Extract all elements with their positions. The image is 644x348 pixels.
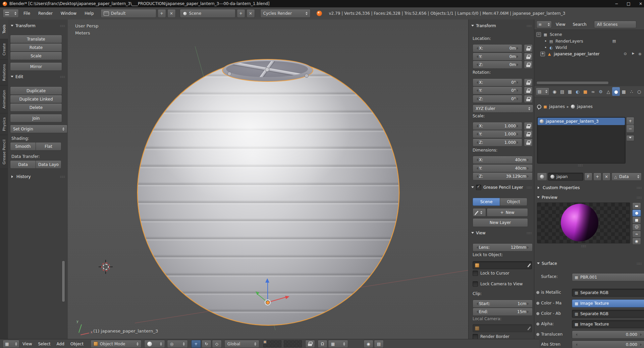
color-ma-field[interactable]: ▩ Image Texture [572,299,644,307]
checkbox-icon[interactable] [473,271,478,276]
layer-cell[interactable] [271,340,274,344]
rotation-y-field[interactable]: Y:0° [473,86,522,95]
tab-particles[interactable]: ∴ [628,87,635,96]
drag-grip-icon[interactable]: ∷∷ [637,186,642,190]
expand-box-icon[interactable]: + [540,52,545,56]
lock-rotation-x[interactable] [524,78,533,86]
dimension-z-field[interactable]: Z:39.129cm [473,172,533,180]
gp-tab-scene[interactable]: Scene [473,198,500,206]
outliner-item-object[interactable]: + ▲ japanese_paper_lanter [540,51,600,57]
lock-scale-y[interactable] [524,130,533,138]
outliner-menu-view[interactable]: View [552,22,569,27]
set-origin-dropdown[interactable]: Set Origin [10,125,67,133]
add-scene-button[interactable]: + [237,9,245,18]
data-transfer-layout-button[interactable]: Data Layo [36,160,61,169]
add-slot-button[interactable]: + [626,117,634,125]
lock-object-field[interactable] [473,261,532,269]
lock-camera-row[interactable]: Lock Camera to View [473,281,523,287]
fake-user-button[interactable]: F [584,173,592,181]
shade-smooth-button[interactable]: Smooth [10,142,36,151]
local-camera-field[interactable] [473,324,532,332]
menu-render[interactable]: Render [35,11,56,16]
lock-to-scene-toggle[interactable] [305,340,315,348]
material-name-field[interactable]: japan [548,173,583,181]
unlink-material-button[interactable]: × [602,173,610,181]
drag-grip-icon[interactable]: ∷∷ [60,75,65,79]
manipulator-z-arrow-icon[interactable] [265,276,269,283]
screen-layout-selector[interactable]: Default [101,9,156,18]
translate-button[interactable]: Translate [10,35,62,43]
panel-header-custom-properties[interactable]: Custom Properties ∷∷ [537,185,642,190]
manipulator-scale-toggle[interactable]: ◇ [212,340,222,348]
layer-cell[interactable] [295,344,298,347]
layer-cell[interactable] [284,344,287,347]
breadcrumb-material[interactable]: japanes [577,104,593,109]
tab-animation[interactable]: Animation [0,85,8,113]
layer-cell-active[interactable] [263,340,267,344]
pin-icon[interactable] [537,105,541,109]
scene-selector[interactable]: Scene [180,9,235,18]
panel-header-history[interactable]: History ∷∷ [11,174,65,179]
remove-slot-button[interactable]: − [626,125,634,133]
gp-tab-object[interactable]: Object [500,198,527,206]
add-layout-button[interactable]: + [158,9,166,18]
remove-scene-button[interactable]: × [247,9,255,18]
layer-cell[interactable] [287,340,291,344]
editor-type-selector[interactable]: ▤ [536,88,549,96]
close-button[interactable]: × [635,0,644,7]
remove-layout-button[interactable]: × [167,9,176,18]
preview-cube-button[interactable]: ■ [632,217,641,224]
eyedropper-icon[interactable] [527,263,531,267]
rotation-z-field[interactable]: Z:0° [473,95,522,103]
rotate-button[interactable]: Rotate [10,43,62,52]
select-menu[interactable]: Select [35,342,53,346]
lock-scale-z[interactable] [524,138,533,147]
snap-element-dropdown[interactable]: ▦ [328,340,348,348]
dimension-y-field[interactable]: Y:40cm [473,164,533,172]
viewport-3d[interactable]: User Persp Meters y x (1) jap [68,19,468,339]
resize-grip-icon[interactable]: ∷∷ [578,164,583,167]
delete-button[interactable]: Delete [10,103,62,112]
data-transfer-data-button[interactable]: Data [10,160,36,169]
translucency-slider[interactable]: 0.000 [572,331,644,339]
rotation-mode-dropdown[interactable]: XYZ Euler [473,105,533,113]
preview-world-button[interactable]: ◉ [632,238,641,245]
drag-grip-icon[interactable]: ∷∷ [527,186,532,189]
tab-grease-pencil[interactable]: Grease Pencil [0,135,8,169]
visibility-eye-icon[interactable]: ⊙ [623,52,628,56]
panel-header-view[interactable]: View ∷∷ [471,231,532,235]
layer-cell[interactable] [267,344,270,347]
dimension-x-field[interactable]: X:40cm [473,156,533,164]
drag-grip-icon[interactable]: ∷∷ [637,196,642,199]
menu-file[interactable]: File [20,11,34,16]
alpha-field[interactable]: ▩ Image Texture [572,320,644,328]
layer-cell[interactable] [284,340,287,344]
layer-cell[interactable] [299,344,302,347]
manipulator-z-axis[interactable] [267,280,268,302]
editor-type-selector[interactable] [3,9,19,18]
panel-header-surface[interactable]: Surface ∷∷ [537,261,642,266]
lock-scale-x[interactable] [524,122,533,130]
lock-rotation-y[interactable] [524,86,533,95]
slot-specials-button[interactable] [626,135,634,141]
opengl-render-button[interactable]: ◉ [364,340,373,348]
outliner-menu-search[interactable]: Search [569,22,590,27]
shade-flat-button[interactable]: Flat [36,142,61,151]
minimize-button[interactable]: − [610,0,623,7]
maximize-button[interactable]: □ [623,0,635,7]
pivot-dropdown[interactable]: ◎ [167,340,188,348]
render-border-row[interactable]: Render Border [473,334,509,339]
resize-grip-icon[interactable]: ∷∷ [581,244,586,248]
location-z-field[interactable]: Z:0m [473,61,522,69]
render-restrict-icon[interactable]: ◉ [638,52,642,56]
mode-dropdown[interactable]: Object Mode [91,340,142,348]
tab-object-data[interactable]: △ [604,87,612,96]
viewport-shading-dropdown[interactable] [144,340,165,348]
rotation-x-field[interactable]: X:0° [473,78,522,86]
layer-cell[interactable] [295,340,298,344]
tab-physics[interactable]: ○ [635,87,643,96]
preview-plane-button[interactable]: ▬ [632,202,641,210]
panel-header-edit[interactable]: Edit ∷∷ [11,74,65,79]
lock-rotation-z[interactable] [524,95,533,103]
manipulator-center-ring[interactable] [265,299,271,305]
